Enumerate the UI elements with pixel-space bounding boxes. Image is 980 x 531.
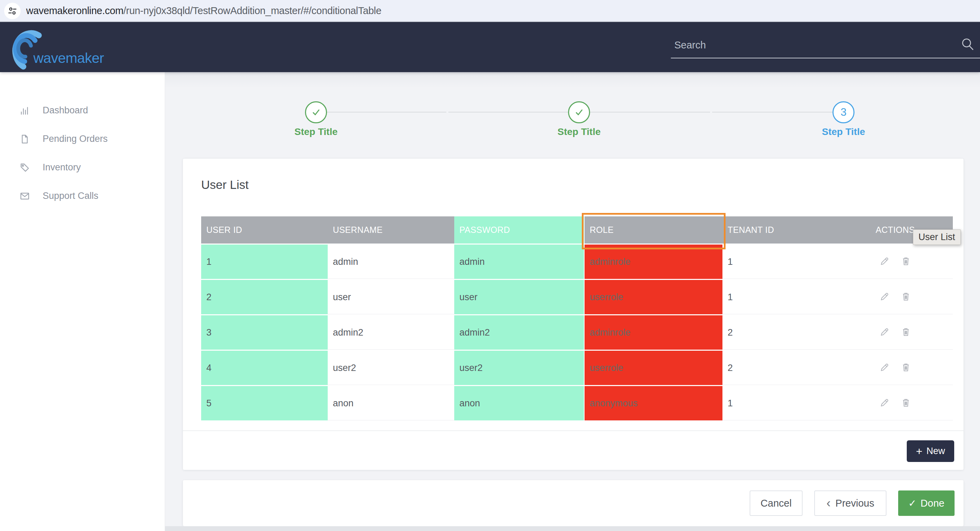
cell-username: admin <box>328 244 454 280</box>
cell-tenant-id: 1 <box>722 280 838 315</box>
done-button[interactable]: ✓ Done <box>898 490 955 516</box>
check-icon <box>573 106 585 118</box>
cell-user-id: 1 <box>201 244 328 280</box>
step-connector <box>712 112 832 113</box>
check-icon <box>310 106 322 118</box>
cell-actions <box>838 315 953 351</box>
url-domain: wavemakeronline.com <box>26 5 123 16</box>
sidebar-item-label: Pending Orders <box>43 134 108 144</box>
cell-password: anon <box>454 386 585 422</box>
sidebar-item-label: Inventory <box>43 162 81 173</box>
cell-username: anon <box>328 386 454 422</box>
pencil-icon <box>879 397 890 408</box>
step-number: 3 <box>840 106 846 119</box>
new-button[interactable]: + New <box>907 440 954 462</box>
pencil-icon <box>879 327 890 337</box>
document-icon <box>19 134 30 144</box>
cell-user-id: 5 <box>201 386 328 422</box>
user-table: USER ID USERNAME PASSWORD ROLE TENANT ID… <box>201 216 953 422</box>
panel-title: User List <box>201 178 248 192</box>
cell-username: user <box>328 280 454 315</box>
delete-button[interactable] <box>900 362 911 374</box>
wizard-step-1[interactable] <box>305 101 327 123</box>
cell-actions <box>838 244 953 280</box>
cell-tenant-id: 2 <box>722 315 838 351</box>
tooltip: User List <box>913 230 961 245</box>
header-tenant-id[interactable]: TENANT ID <box>722 216 838 244</box>
cell-user-id: 3 <box>201 315 328 351</box>
bar-chart-icon <box>19 105 30 116</box>
cell-password: user <box>454 280 585 315</box>
cell-role: userrole <box>585 351 722 386</box>
cell-user-id: 2 <box>201 280 328 315</box>
cell-password: admin <box>454 244 585 280</box>
delete-button[interactable] <box>900 291 911 303</box>
site-settings-icon[interactable] <box>4 3 21 19</box>
delete-button[interactable] <box>900 256 911 268</box>
table-row[interactable]: 3 admin2 admin2 adminrole 2 <box>201 315 953 351</box>
plus-icon: + <box>916 446 923 457</box>
pencil-icon <box>879 291 890 302</box>
cell-tenant-id: 1 <box>722 386 838 422</box>
header-password[interactable]: PASSWORD <box>454 216 585 244</box>
step-connector <box>449 112 568 113</box>
pencil-icon <box>879 362 890 372</box>
wizard-step-2[interactable] <box>568 101 590 123</box>
table-row[interactable]: 5 anon anon anonymous 1 <box>201 386 953 422</box>
step-connector <box>327 112 446 113</box>
step-title: Step Title <box>802 127 885 137</box>
cell-password: admin2 <box>454 315 585 351</box>
edit-button[interactable] <box>879 256 890 268</box>
step-connector <box>590 112 710 113</box>
cell-username: user2 <box>328 351 454 386</box>
delete-button[interactable] <box>900 397 911 409</box>
address-bar[interactable]: wavemakeronline.com/run-nyj0x38qld/TestR… <box>0 0 980 22</box>
step-title: Step Title <box>538 127 620 137</box>
edit-button[interactable] <box>879 291 890 303</box>
edit-button[interactable] <box>879 327 890 338</box>
search-icon[interactable] <box>960 37 975 55</box>
table-row[interactable]: 4 user2 user2 userrole 2 <box>201 351 953 386</box>
cell-actions <box>838 280 953 315</box>
previous-button-label: Previous <box>835 498 875 509</box>
cell-username: admin2 <box>328 315 454 351</box>
edit-button[interactable] <box>879 397 890 409</box>
table-row[interactable]: 1 admin admin adminrole 1 <box>201 244 953 280</box>
cancel-button[interactable]: Cancel <box>749 490 803 516</box>
main-content: Step Title Step Title 3 Step Title User … <box>165 72 980 531</box>
app-header: wavemaker <box>0 22 980 72</box>
search-input[interactable] <box>671 34 980 58</box>
delete-button[interactable] <box>900 327 911 338</box>
table-header-row: USER ID USERNAME PASSWORD ROLE TENANT ID… <box>201 216 953 244</box>
grid-footer-divider <box>183 430 964 431</box>
table-row[interactable]: 2 user user userrole 1 <box>201 280 953 315</box>
header-user-id[interactable]: USER ID <box>201 216 328 244</box>
chevron-left-icon: ‹ <box>827 497 831 509</box>
cell-actions <box>838 351 953 386</box>
wizard-actions-bar: Cancel ‹ Previous ✓ Done <box>183 480 964 526</box>
sidebar-item-pending-orders[interactable]: Pending Orders <box>0 125 165 153</box>
cell-user-id: 4 <box>201 351 328 386</box>
sidebar: Dashboard Pending Orders Inventory <box>0 72 165 531</box>
user-list-panel: User List USER ID USERNAME PASSWORD ROLE… <box>183 159 964 470</box>
search-field <box>671 34 980 59</box>
header-role[interactable]: ROLE <box>585 216 722 244</box>
tag-icon <box>19 162 30 173</box>
pencil-icon <box>879 256 890 266</box>
edit-button[interactable] <box>879 362 890 374</box>
cell-role: adminrole <box>585 315 722 351</box>
sidebar-item-dashboard[interactable]: Dashboard <box>0 96 165 125</box>
page-body: Dashboard Pending Orders Inventory <box>0 72 980 531</box>
check-icon: ✓ <box>908 498 916 509</box>
bottom-strip <box>165 526 980 531</box>
header-username[interactable]: USERNAME <box>328 216 454 244</box>
cell-actions <box>838 386 953 422</box>
sidebar-item-support-calls[interactable]: Support Calls <box>0 182 165 210</box>
sidebar-item-inventory[interactable]: Inventory <box>0 153 165 182</box>
url-path: /run-nyj0x38qld/TestRowAddition_master/#… <box>123 5 381 16</box>
previous-button[interactable]: ‹ Previous <box>814 490 886 516</box>
trash-icon <box>900 291 911 302</box>
envelope-icon <box>19 191 30 201</box>
wizard-step-3[interactable]: 3 <box>832 101 854 123</box>
cell-password: user2 <box>454 351 585 386</box>
